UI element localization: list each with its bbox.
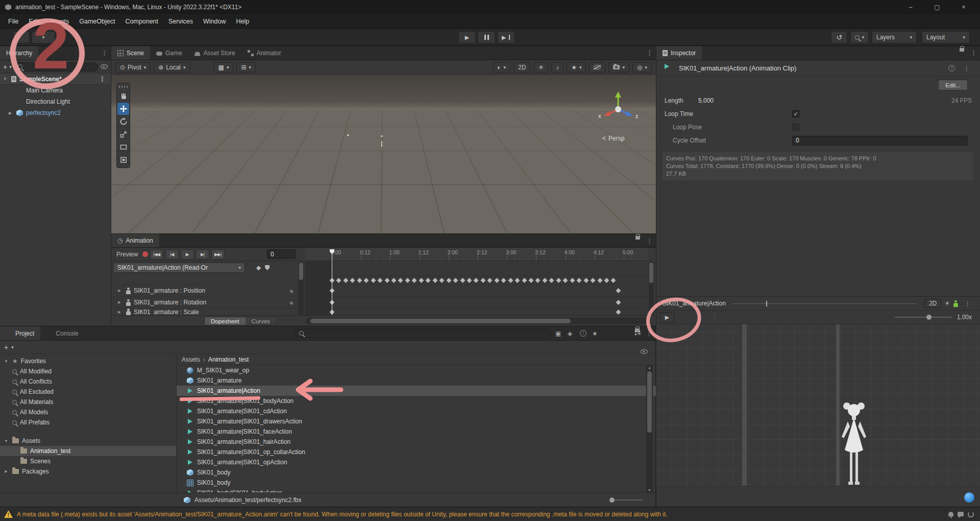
play-button[interactable]: ▶ bbox=[458, 31, 476, 43]
keyframe-diamond[interactable] bbox=[597, 278, 602, 283]
menu-item[interactable]: Assets bbox=[45, 14, 75, 28]
edit-button[interactable]: Edit... bbox=[938, 80, 968, 90]
maximize-button[interactable]: ▢ bbox=[926, 0, 948, 14]
scrub-playhead[interactable] bbox=[766, 301, 767, 306]
step-button[interactable]: ▶ bbox=[497, 31, 514, 43]
loop-time-checkbox[interactable]: ✓ bbox=[792, 110, 799, 117]
perspective-label[interactable]: < Persp bbox=[602, 135, 624, 142]
timeline-ruler[interactable]: 0:000:121:001:122:002:123:003:124:004:12… bbox=[305, 248, 648, 261]
keyframe-diamond[interactable] bbox=[398, 278, 403, 283]
keyframe-diamond[interactable] bbox=[501, 278, 506, 283]
keyframe-diamond[interactable] bbox=[583, 278, 589, 283]
breadcrumb-root[interactable]: Assets bbox=[182, 356, 200, 363]
packages-header[interactable]: ▶ Packages bbox=[0, 466, 176, 477]
slider-handle[interactable] bbox=[926, 315, 932, 320]
menu-item[interactable]: Help bbox=[231, 14, 254, 28]
playhead[interactable] bbox=[332, 249, 332, 315]
asset-folder-row[interactable]: Animation_test bbox=[0, 446, 176, 456]
expand-icon[interactable]: ▶ bbox=[3, 469, 9, 473]
keyframe-diamond[interactable] bbox=[522, 278, 527, 283]
scene-audio-toggle[interactable]: ♪ bbox=[551, 62, 564, 73]
expand-icon[interactable]: ▼ bbox=[3, 439, 9, 443]
keyframe-diamond[interactable] bbox=[487, 278, 493, 283]
menu-item[interactable]: Edit bbox=[23, 14, 45, 28]
asset-row[interactable]: M_SIK01_wear_op bbox=[177, 365, 656, 375]
keyframe-diamond[interactable] bbox=[391, 278, 397, 283]
transport-button[interactable]: |◀ bbox=[165, 249, 179, 259]
transport-button[interactable]: ▶ bbox=[181, 249, 194, 259]
scene-lighting-toggle[interactable]: ☀ bbox=[533, 62, 548, 73]
keyframe-diamond[interactable] bbox=[419, 278, 424, 283]
scene-view-tab[interactable]: Game bbox=[150, 46, 188, 60]
keyframe-diamond[interactable] bbox=[570, 278, 575, 283]
scene-menu-icon[interactable]: ⋮ bbox=[96, 75, 109, 83]
files-vertical-scrollbar[interactable]: ▲ ▼ bbox=[646, 365, 653, 492]
menu-item[interactable]: File bbox=[3, 14, 23, 28]
hierarchy-item[interactable]: Main Camera bbox=[0, 85, 111, 96]
breadcrumb-current[interactable]: Animation_test bbox=[208, 356, 249, 363]
asset-row[interactable]: SIK01_armature|Action bbox=[177, 386, 656, 396]
gizmos-dropdown[interactable]: ◎▾ bbox=[632, 62, 652, 73]
asset-row[interactable]: SIK01_armature|SIK01_drawersAction bbox=[177, 416, 656, 427]
keyframe-diamond[interactable] bbox=[494, 278, 499, 283]
keyframe-diamond[interactable] bbox=[563, 278, 568, 283]
layers-dropdown[interactable]: Layers▾ bbox=[872, 31, 917, 43]
favorites-item[interactable]: All Modified bbox=[0, 366, 176, 376]
transform-tool-button[interactable] bbox=[117, 154, 129, 166]
toolbar-left-button[interactable] bbox=[13, 31, 30, 43]
assets-header[interactable]: ▼ Assets bbox=[0, 436, 176, 446]
scene-visibility-toggle[interactable] bbox=[589, 62, 605, 73]
expand-icon[interactable]: ▶ bbox=[116, 310, 122, 314]
keyframe-diamond[interactable] bbox=[426, 278, 431, 283]
keyframe-diamond[interactable] bbox=[350, 278, 355, 283]
rotate-tool-button[interactable] bbox=[117, 115, 129, 128]
add-object-button[interactable]: + bbox=[3, 63, 7, 71]
keyframe-diamond[interactable] bbox=[357, 278, 362, 283]
keyframe-diamond[interactable] bbox=[616, 300, 621, 305]
search-by-label-icon[interactable]: ◈ bbox=[568, 330, 572, 337]
keyframe-diamond[interactable] bbox=[384, 278, 389, 283]
chevron-down-icon[interactable]: ▾ bbox=[9, 64, 12, 69]
track-row-rotation[interactable]: ▶ SIK01_armature : Rotation ◆ bbox=[111, 296, 299, 308]
menu-item[interactable]: Window bbox=[198, 14, 231, 28]
scene-2d-toggle[interactable]: 2D bbox=[513, 62, 530, 73]
palette-grip[interactable] bbox=[119, 86, 128, 88]
minimize-button[interactable]: – bbox=[899, 0, 922, 14]
keyframe-diamond[interactable] bbox=[616, 310, 621, 315]
scroll-down-arrow[interactable]: ▼ bbox=[648, 488, 651, 492]
collab-icon[interactable] bbox=[958, 512, 964, 516]
shading-mode-dropdown[interactable]: ◐▾ bbox=[493, 62, 510, 73]
timeline-horizontal-scrollbar[interactable] bbox=[306, 318, 646, 324]
panel-menu-icon[interactable]: ⋮ bbox=[98, 46, 111, 60]
pivot-dropdown[interactable]: ⊙Pivot▾ bbox=[115, 62, 151, 73]
cycle-offset-field[interactable]: 0 bbox=[792, 136, 968, 146]
keyframe-diamond[interactable] bbox=[412, 278, 417, 283]
hidden-count-eye-icon[interactable] bbox=[641, 349, 648, 354]
clip-dropdown[interactable]: SIK01_armature|Action (Read-Or ▾ bbox=[113, 263, 245, 273]
keyframe-diamond[interactable] bbox=[535, 278, 541, 283]
keyframe-diamond[interactable] bbox=[556, 278, 561, 283]
dopesheet-lanes[interactable] bbox=[305, 261, 648, 315]
keyframe-diamond[interactable] bbox=[371, 278, 376, 283]
thumbnail-size-slider[interactable] bbox=[609, 500, 643, 501]
track-row-scale[interactable]: ▶ SIK01_armature : Scale bbox=[111, 308, 299, 315]
preview-scrub-bar[interactable] bbox=[733, 303, 917, 304]
scrollbar-thumb[interactable] bbox=[649, 263, 653, 283]
keyframe-diamond[interactable] bbox=[474, 278, 479, 283]
chevron-down-icon[interactable]: ▾ bbox=[11, 345, 14, 350]
orientation-gizmo[interactable]: x z bbox=[596, 89, 640, 129]
keyframe-diamond[interactable] bbox=[453, 278, 458, 283]
keyframe-diamond[interactable] bbox=[577, 278, 582, 283]
asset-row[interactable]: SIK01_armature|SIK01_cdAction bbox=[177, 406, 656, 416]
hierarchy-item[interactable]: Directional Light bbox=[0, 96, 111, 107]
hierarchy-item[interactable]: ▶ perfectsync2 bbox=[0, 107, 111, 119]
favorites-item[interactable]: All Materials bbox=[0, 397, 176, 407]
keyframe-diamond[interactable] bbox=[364, 278, 369, 283]
asset-row[interactable]: SIK01_body bbox=[177, 467, 656, 478]
loop-pose-checkbox[interactable] bbox=[792, 124, 799, 131]
asset-row[interactable]: SIK01_armature|SIK01_op_collarAction bbox=[177, 447, 656, 457]
move-tool-button[interactable] bbox=[117, 103, 129, 115]
expand-icon[interactable]: ▶ bbox=[116, 300, 122, 304]
hierarchy-search-input[interactable] bbox=[14, 62, 99, 72]
keyframe-diamond[interactable] bbox=[405, 278, 410, 283]
